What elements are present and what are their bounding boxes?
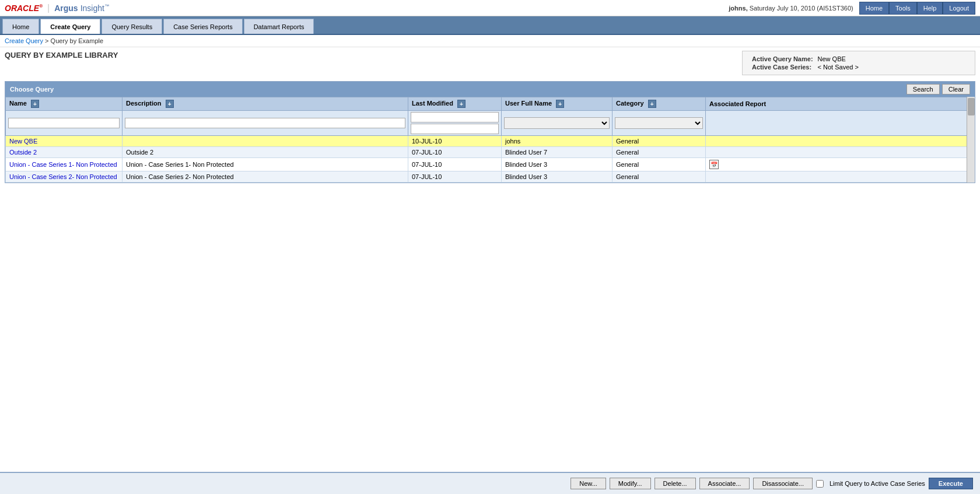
disassociate-button[interactable]: Disassociate... xyxy=(753,478,813,489)
home-nav-button[interactable]: Home xyxy=(859,2,889,15)
table-row[interactable]: Outside 2Outside 207-JUL-10Blinded User … xyxy=(6,147,975,158)
choose-query-header: Choose Query Search Clear xyxy=(5,82,975,97)
new-button[interactable]: New... xyxy=(570,478,606,489)
filter-user-cell xyxy=(502,111,612,136)
query-table: Name + Description + Last Modified + Use… xyxy=(5,97,975,183)
row-date-cell: 10-JUL-10 xyxy=(408,136,502,147)
logout-nav-button[interactable]: Logout xyxy=(943,2,975,15)
tools-nav-button[interactable]: Tools xyxy=(889,2,917,15)
associate-button[interactable]: Associate... xyxy=(699,478,750,489)
logo-area: ORACLE® | Argus Insight™ xyxy=(5,3,109,13)
page-title-area: QUERY BY EXAMPLE LIBRARY Active Query Na… xyxy=(0,47,980,79)
page-title: QUERY BY EXAMPLE LIBRARY xyxy=(5,51,118,59)
active-query-name-value: New QBE xyxy=(816,55,861,63)
row-report-cell xyxy=(706,136,975,147)
row-report-cell: 📅 xyxy=(706,158,975,171)
filter-name-cell xyxy=(6,111,123,136)
insight-logo: Insight™ xyxy=(80,3,109,13)
row-name-link[interactable]: Outside 2 xyxy=(9,149,37,156)
filter-name-input[interactable] xyxy=(8,118,120,128)
filter-category-select[interactable] xyxy=(615,117,703,129)
top-header: ORACLE® | Argus Insight™ johns, Saturday… xyxy=(0,0,980,16)
breadcrumb-separator: > xyxy=(45,37,50,44)
tab-datamart-reports[interactable]: Datamart Reports xyxy=(244,19,314,34)
breadcrumb-current: Query by Example xyxy=(51,37,103,44)
table-row[interactable]: New QBE10-JUL-10johnsGeneral xyxy=(6,136,975,147)
active-query-name-label: Active Query Name: xyxy=(750,55,816,63)
table-row[interactable]: Union - Case Series 1- Non ProtectedUnio… xyxy=(6,158,975,171)
row-name-cell: New QBE xyxy=(6,136,123,147)
search-button[interactable]: Search xyxy=(907,84,940,94)
row-name-link[interactable]: Union - Case Series 1- Non Protected xyxy=(9,161,117,168)
delete-button[interactable]: Delete... xyxy=(654,478,696,489)
choose-query-title: Choose Query xyxy=(10,86,54,93)
filter-row: 00-MMM-0000 00-MMM-0000 xyxy=(6,111,975,136)
row-user-cell: Blinded User 7 xyxy=(502,147,612,158)
filter-date-to-input[interactable]: 00-MMM-0000 xyxy=(411,124,499,134)
help-nav-button[interactable]: Help xyxy=(917,2,943,15)
row-report-cell xyxy=(706,147,975,158)
col-last-modified: Last Modified + xyxy=(408,97,502,111)
name-expand-icon[interactable]: + xyxy=(31,100,39,108)
last-modified-expand-icon[interactable]: + xyxy=(457,100,466,108)
tab-home[interactable]: Home xyxy=(2,19,39,34)
bottom-footer: New... Modify... Delete... Associate... … xyxy=(0,472,980,494)
row-desc-cell: Union - Case Series 1- Non Protected xyxy=(123,158,408,171)
filter-date-from-input[interactable]: 00-MMM-0000 xyxy=(411,112,499,122)
username-bold: johns, xyxy=(729,5,747,12)
row-name-cell: Outside 2 xyxy=(6,147,123,158)
active-case-series-label: Active Case Series: xyxy=(750,63,816,71)
row-user-cell: Blinded User 3 xyxy=(502,171,612,183)
active-query-box: Active Query Name: New QBE Active Case S… xyxy=(742,51,975,75)
row-category-cell: General xyxy=(612,147,706,158)
column-header-row: Name + Description + Last Modified + Use… xyxy=(6,97,975,111)
user-info: johns, Saturday July 10, 2010 (AI51ST360… xyxy=(729,5,853,12)
col-associated-report: Associated Report xyxy=(706,97,975,111)
col-description: Description + xyxy=(123,97,408,111)
description-expand-icon[interactable]: + xyxy=(166,100,174,108)
table-container: Name + Description + Last Modified + Use… xyxy=(5,97,975,183)
row-desc-cell: Outside 2 xyxy=(123,147,408,158)
row-name-cell: Union - Case Series 2- Non Protected xyxy=(6,171,123,183)
breadcrumb-create-query[interactable]: Create Query xyxy=(5,37,43,44)
row-category-cell: General xyxy=(612,136,706,147)
row-user-cell: johns xyxy=(502,136,612,147)
argus-logo: Argus xyxy=(54,3,78,13)
user-expand-icon[interactable]: + xyxy=(556,100,564,108)
filter-user-select[interactable] xyxy=(504,117,610,129)
row-report-cell xyxy=(706,171,975,183)
scrollbar-thumb[interactable] xyxy=(968,98,975,115)
col-category: Category + xyxy=(612,97,706,111)
modify-button[interactable]: Modify... xyxy=(610,478,651,489)
row-name-link[interactable]: Union - Case Series 2- Non Protected xyxy=(9,173,117,180)
oracle-logo: ORACLE® xyxy=(5,3,43,13)
tab-create-query[interactable]: Create Query xyxy=(40,19,100,34)
row-name-link[interactable]: New QBE xyxy=(9,138,37,145)
active-case-series-value: < Not Saved > xyxy=(816,63,861,71)
tab-query-results[interactable]: Query Results xyxy=(102,19,162,34)
table-scrollbar[interactable] xyxy=(967,97,975,183)
table-row[interactable]: Union - Case Series 2- Non ProtectedUnio… xyxy=(6,171,975,183)
limit-checkbox[interactable] xyxy=(816,480,824,488)
row-desc-cell xyxy=(123,136,408,147)
execute-button[interactable]: Execute xyxy=(929,478,973,489)
row-date-cell: 07-JUL-10 xyxy=(408,147,502,158)
filter-last-modified-cell: 00-MMM-0000 00-MMM-0000 xyxy=(408,111,502,136)
calendar-icon[interactable]: 📅 xyxy=(709,160,719,169)
filter-description-input[interactable] xyxy=(125,118,405,128)
query-table-body: New QBE10-JUL-10johnsGeneralOutside 2Out… xyxy=(6,136,975,183)
row-category-cell: General xyxy=(612,158,706,171)
choose-query-section: Choose Query Search Clear Name + Descrip… xyxy=(5,81,975,183)
limit-label: Limit Query to Active Case Series xyxy=(830,480,925,487)
filter-description-cell xyxy=(123,111,408,136)
top-right-area: johns, Saturday July 10, 2010 (AI51ST360… xyxy=(729,2,975,15)
col-user-full-name: User Full Name + xyxy=(502,97,612,111)
clear-button[interactable]: Clear xyxy=(942,84,970,94)
category-expand-icon[interactable]: + xyxy=(648,100,656,108)
breadcrumb: Create Query > Query by Example xyxy=(0,35,980,47)
row-category-cell: General xyxy=(612,171,706,183)
filter-category-cell xyxy=(612,111,706,136)
tab-case-series-reports[interactable]: Case Series Reports xyxy=(163,19,243,34)
row-user-cell: Blinded User 3 xyxy=(502,158,612,171)
search-clear-buttons: Search Clear xyxy=(907,84,970,94)
